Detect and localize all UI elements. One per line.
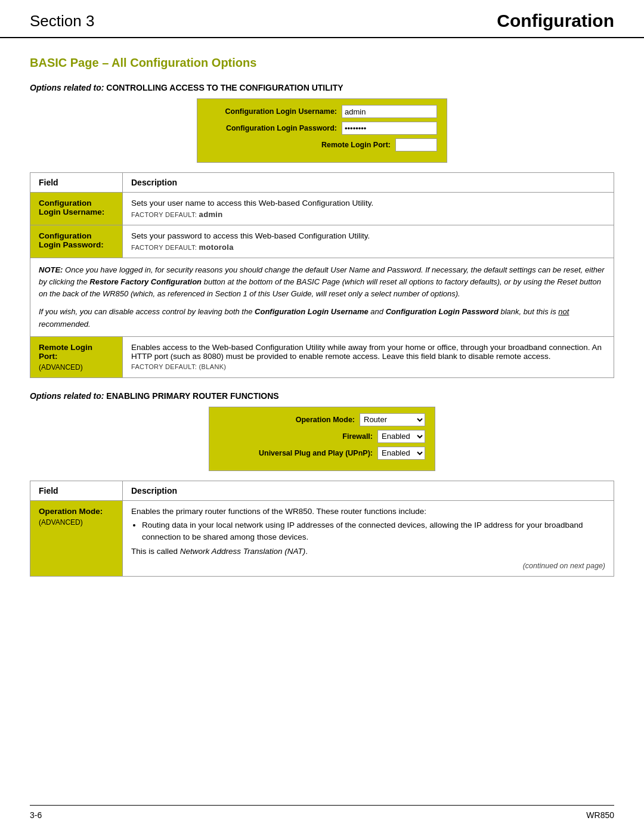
op-mode-label: Operation Mode: <box>219 416 360 424</box>
field-op-mode: Operation Mode: (ADVANCED) <box>30 500 123 577</box>
section2-heading-bold: ENABLING PRIMARY ROUTER FUNCTIONS <box>106 391 278 401</box>
factory-username: FACTORY DEFAULT: admin <box>131 210 605 219</box>
op-mode-desc-main: Enables the primary router functions of … <box>131 507 426 516</box>
desc-op-mode: Enables the primary router functions of … <box>123 500 614 577</box>
upnp-select[interactable]: Enabled Disabled <box>377 447 425 460</box>
nat-note: This is called Network Address Translati… <box>131 547 605 556</box>
section2-heading-italic: Options related to: <box>30 391 104 401</box>
note-row: NOTE: Once you have logged in, for secur… <box>30 258 614 337</box>
port-input[interactable] <box>395 138 437 151</box>
factory-password: FACTORY DEFAULT: motorola <box>131 243 605 252</box>
table1-col2: Description <box>123 173 614 193</box>
remote-login-row: Remote LoginPort: (ADVANCED) Enables acc… <box>30 336 614 377</box>
advanced-label: (ADVANCED) <box>39 363 114 371</box>
config-form-box: Configuration Login Username: Configurat… <box>197 98 447 163</box>
password-row: Configuration Login Password: <box>207 122 437 135</box>
table1-col1: Field <box>30 173 123 193</box>
firewall-select[interactable]: Enabled Disabled <box>377 430 425 443</box>
table2: Field Description Operation Mode: (ADVAN… <box>30 481 614 577</box>
firewall-label: Firewall: <box>219 432 377 441</box>
note1-para: NOTE: Once you have logged in, for secur… <box>39 264 605 300</box>
op-mode-bullets: Routing data in your local network using… <box>142 519 605 544</box>
heading-bold: CONTROLLING ACCESS TO THE CONFIGURATION … <box>106 83 343 92</box>
upnp-label: Universal Plug and Play (UPnP): <box>219 449 377 457</box>
field-remote-login: Remote LoginPort: (ADVANCED) <box>30 336 123 377</box>
heading-italic: Options related to: <box>30 83 104 92</box>
page-title: BASIC Page – All Configuration Options <box>30 56 614 70</box>
footer-product: WR850 <box>586 810 614 820</box>
table-row: ConfigurationLogin Password: Sets your p… <box>30 225 614 258</box>
username-label: Configuration Login Username: <box>207 107 342 116</box>
password-label: Configuration Login Password: <box>207 124 342 132</box>
table1: Field Description ConfigurationLogin Use… <box>30 172 614 378</box>
op-form-box: Operation Mode: Router Access Point Fire… <box>209 407 435 471</box>
main-content: BASIC Page – All Configuration Options O… <box>0 50 644 608</box>
desc-password: Sets your password to access this Web-ba… <box>123 225 614 258</box>
field-password: ConfigurationLogin Password: <box>30 225 123 258</box>
desc-remote-login: Enables access to the Web-based Configur… <box>123 336 614 377</box>
table2-col2: Description <box>123 481 614 500</box>
port-label: Remote Login Port: <box>207 141 395 149</box>
password-input[interactable] <box>342 122 437 135</box>
upnp-row: Universal Plug and Play (UPnP): Enabled … <box>219 447 425 460</box>
continued-note: (continued on next page) <box>131 562 605 570</box>
table2-col1: Field <box>30 481 123 500</box>
note2-para: If you wish, you can disable access cont… <box>39 306 605 330</box>
op-mode-desc-row: Operation Mode: (ADVANCED) Enables the p… <box>30 500 614 577</box>
desc-username: Sets your user name to access this Web-b… <box>123 193 614 225</box>
page-header: Section 3 Configuration <box>0 0 644 38</box>
page-footer: 3-6 WR850 <box>30 805 614 820</box>
section2-heading: Options related to: ENABLING PRIMARY ROU… <box>30 391 614 401</box>
config-label: Configuration <box>497 11 614 31</box>
username-row: Configuration Login Username: <box>207 105 437 118</box>
section-label: Section 3 <box>30 12 94 30</box>
section1-heading: Options related to: CONTROLLING ACCESS T… <box>30 83 614 92</box>
table-row: ConfigurationLogin Username: Sets your u… <box>30 193 614 225</box>
bullet-nat: Routing data in your local network using… <box>142 519 605 544</box>
factory-remote: FACTORY DEFAULT: (blank) <box>131 363 605 370</box>
footer-page-num: 3-6 <box>30 810 42 820</box>
username-input[interactable] <box>342 105 437 118</box>
op-mode-select[interactable]: Router Access Point <box>360 413 425 426</box>
firewall-row: Firewall: Enabled Disabled <box>219 430 425 443</box>
note-cell: NOTE: Once you have logged in, for secur… <box>30 258 614 337</box>
op-mode-row: Operation Mode: Router Access Point <box>219 413 425 426</box>
port-row: Remote Login Port: <box>207 138 437 151</box>
op-mode-advanced: (ADVANCED) <box>39 518 114 527</box>
field-username: ConfigurationLogin Username: <box>30 193 123 225</box>
